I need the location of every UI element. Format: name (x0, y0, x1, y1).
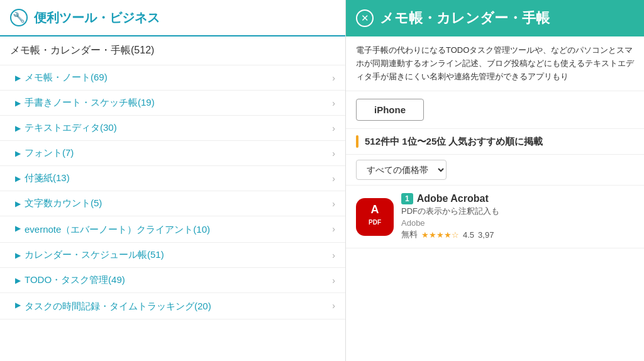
sidebar: 🔧 便利ツール・ビジネス メモ帳・カレンダー・手帳(512) ▶ メモ帳・ノート… (0, 0, 346, 361)
arrow-icon: ▶ (15, 276, 21, 285)
sidebar-header-title: 便利ツール・ビジネス (34, 9, 160, 26)
chevron-right-icon: › (332, 174, 335, 184)
platform-tabs: iPhone (346, 91, 644, 129)
svg-text:🔧: 🔧 (13, 11, 25, 23)
panel-header-icon: ✕ (356, 9, 374, 27)
app-icon-adobe: A PDF (356, 198, 394, 236)
sidebar-item-handwritten[interactable]: ▶ 手書きノート・スケッチ帳(19) › (0, 91, 345, 116)
tab-iphone[interactable]: iPhone (356, 99, 424, 121)
arrow-icon: ▶ (15, 174, 21, 183)
sidebar-item-time-tracking[interactable]: ▶ タスクの時間記録・タイムトラッキング(20) › (0, 293, 345, 319)
sidebar-item-label: テキストエディタ(30) (25, 122, 117, 134)
sidebar-item-memo-note[interactable]: ▶ メモ帳・ノート(69) › (0, 65, 345, 91)
panel-description: 電子手帳の代わりになるTODOタスク管理ツールや、などのパソコンとスマホが同期連… (346, 36, 644, 91)
chevron-right-icon: › (332, 98, 335, 108)
chevron-right-icon: › (332, 301, 335, 311)
sidebar-item-label: メモ帳・ノート(69) (25, 72, 108, 84)
app-item: A PDF 1 Adobe Acrobat PDFの表示から注釈記入も Adob… (346, 186, 644, 248)
app-rank-badge: 1 (401, 193, 413, 204)
sidebar-item-label: タスクの時間記録・タイムトラッキング(20) (25, 299, 211, 313)
sidebar-header-icon: 🔧 (10, 9, 28, 26)
ranking-bar-icon (356, 135, 358, 148)
arrow-icon: ▶ (15, 251, 21, 260)
app-info: 1 Adobe Acrobat PDFの表示から注釈記入も Adobe 無料 ★… (401, 193, 499, 240)
sidebar-item-char-count[interactable]: ▶ 文字数カウント(5) › (0, 191, 345, 216)
svg-text:A: A (371, 203, 379, 216)
sidebar-section-title: メモ帳・カレンダー・手帳(512) (0, 36, 345, 65)
arrow-icon: ▶ (15, 149, 21, 158)
chevron-right-icon: › (332, 275, 335, 286)
sidebar-item-label: 手書きノート・スケッチ帳(19) (25, 97, 155, 109)
filter-row: すべての価格帯 (346, 155, 644, 186)
arrow-icon: ▶ (15, 301, 21, 309)
arrow-icon: ▶ (15, 124, 21, 133)
app-reviews: 3,97 (478, 230, 494, 240)
app-developer: Adobe (401, 218, 499, 228)
app-name: Adobe Acrobat (417, 193, 489, 204)
app-rating: 4.5 (463, 230, 474, 240)
chevron-right-icon: › (332, 148, 335, 158)
sidebar-item-sticky-note[interactable]: ▶ 付箋紙(13) › (0, 166, 345, 191)
sidebar-item-label: TODO・タスク管理(49) (25, 274, 125, 286)
arrow-icon: ▶ (15, 224, 21, 233)
arrow-icon: ▶ (15, 199, 21, 208)
arrow-icon: ▶ (15, 74, 21, 82)
sidebar-item-label: カレンダー・スケジュール帳(51) (25, 249, 164, 261)
chevron-right-icon: › (332, 73, 335, 83)
chevron-right-icon: › (332, 199, 335, 209)
panel-header-title: メモ帳・カレンダー・手帳 (380, 9, 550, 28)
chevron-right-icon: › (332, 123, 335, 133)
sidebar-item-label: フォント(7) (25, 147, 74, 159)
app-price: 無料 (401, 229, 418, 240)
sidebar-item-calendar[interactable]: ▶ カレンダー・スケジュール帳(51) › (0, 243, 345, 268)
price-filter-select[interactable]: すべての価格帯 (356, 160, 447, 180)
ranking-header: 512件中 1位〜25位 人気おすすめ順に掲載 (346, 129, 644, 155)
main-panel: ✕ メモ帳・カレンダー・手帳 電子手帳の代わりになるTODOタスク管理ツールや、… (346, 0, 644, 361)
ranking-title: 512件中 1位〜25位 人気おすすめ順に掲載 (365, 136, 543, 148)
chevron-right-icon: › (332, 224, 335, 234)
sidebar-item-text-editor[interactable]: ▶ テキストエディタ(30) › (0, 116, 345, 141)
sidebar-header: 🔧 便利ツール・ビジネス (0, 0, 345, 36)
sidebar-item-font[interactable]: ▶ フォント(7) › (0, 141, 345, 166)
sidebar-item-todo[interactable]: ▶ TODO・タスク管理(49) › (0, 268, 345, 293)
app-meta: 無料 ★★★★☆ 4.5 3,97 (401, 229, 499, 240)
panel-header: ✕ メモ帳・カレンダー・手帳 (346, 0, 644, 36)
svg-text:✕: ✕ (361, 13, 369, 23)
chevron-right-icon: › (332, 250, 335, 260)
app-description: PDFの表示から注釈記入も (401, 206, 499, 217)
sidebar-item-evernote[interactable]: ▶ evernote（エバーノート）クライアント(10) › (0, 216, 345, 243)
sidebar-item-label: 文字数カウント(5) (25, 197, 102, 209)
svg-text:PDF: PDF (369, 219, 381, 226)
arrow-icon: ▶ (15, 99, 21, 108)
star-icons: ★★★★☆ (421, 230, 459, 240)
sidebar-item-label: evernote（エバーノート）クライアント(10) (25, 223, 210, 236)
sidebar-item-label: 付箋紙(13) (25, 172, 70, 184)
